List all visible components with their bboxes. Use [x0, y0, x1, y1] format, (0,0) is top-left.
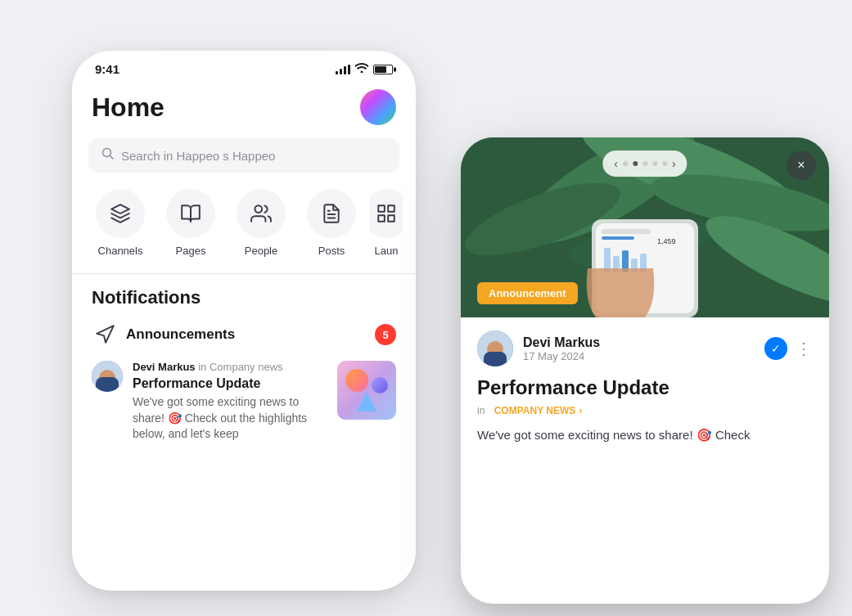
quick-actions: Channels Pages [72, 189, 416, 257]
page-title: Home [92, 92, 165, 123]
close-button[interactable]: × [787, 151, 816, 180]
post-author-row: Devi Markus 17 May 2024 ✓ ⋮ [477, 330, 813, 366]
section-divider [72, 273, 416, 274]
svg-marker-2 [111, 205, 129, 214]
announcement-badge: Announcement [477, 282, 578, 304]
nav-dot-1 [623, 161, 628, 166]
status-icons [336, 63, 393, 75]
pages-icon-bg [166, 189, 215, 238]
quick-action-pages[interactable]: Pages [159, 189, 223, 257]
post-author-name: Devi Markus [523, 335, 600, 350]
notif-body: We've got some exciting news to share! 🎯… [133, 394, 327, 443]
svg-rect-8 [388, 215, 394, 222]
phone-back: 9:41 Home [72, 51, 416, 591]
notif-channel: Company news [210, 361, 283, 373]
megaphone-icon [92, 321, 118, 348]
svg-rect-9 [378, 215, 385, 222]
channel-arrow-icon: › [579, 405, 582, 416]
avatar[interactable] [360, 89, 396, 125]
more-options-button[interactable]: ⋮ [796, 339, 813, 358]
close-icon: × [797, 158, 805, 173]
people-icon-bg [237, 189, 286, 238]
quick-action-posts[interactable]: Posts [300, 189, 363, 257]
announcements-badge: 5 [375, 324, 396, 345]
posts-icon-bg [307, 189, 356, 238]
signal-icon [336, 65, 350, 74]
channels-label: Channels [98, 245, 143, 257]
nav-prev-arrow[interactable]: ‹ [614, 157, 618, 170]
notification-item[interactable]: Devi Markus in Company news Performance … [92, 361, 396, 443]
announcements-row[interactable]: Announcements 5 [92, 321, 396, 348]
launch-label: Laun [375, 245, 399, 257]
post-date: 17 May 2024 [523, 350, 600, 362]
channels-icon-bg [96, 189, 145, 238]
post-author-left: Devi Markus 17 May 2024 [477, 330, 600, 366]
quick-action-channels[interactable]: Channels [88, 189, 152, 257]
phone-front: 1,459 Announcement ‹ › × [461, 137, 829, 604]
layers-icon [110, 203, 131, 224]
svg-rect-20 [602, 236, 634, 240]
verified-badge-icon: ✓ [764, 337, 787, 360]
quick-action-people[interactable]: People [229, 189, 293, 257]
post-author-avatar [477, 330, 513, 366]
svg-text:1,459: 1,459 [657, 237, 676, 245]
book-icon [180, 203, 201, 224]
notif-channel-prefix: in [198, 361, 210, 373]
notif-author: Devi Markus [133, 361, 196, 373]
posts-label: Posts [318, 245, 345, 257]
notif-thumbnail [337, 361, 396, 420]
wifi-icon [355, 63, 368, 75]
notif-avatar [92, 361, 123, 392]
channel-name: COMPANY NEWS [494, 405, 576, 416]
grid-icon [376, 203, 397, 224]
nav-next-arrow[interactable]: › [672, 157, 676, 170]
users-icon [250, 203, 272, 224]
launch-icon-bg [370, 189, 403, 238]
post-channel[interactable]: in COMPANY NEWS › [477, 405, 813, 416]
checkmark-icon: ✓ [771, 342, 781, 355]
nav-dot-3 [642, 161, 647, 166]
announcements-label: Announcements [126, 326, 235, 343]
notif-meta: Devi Markus in Company news [133, 361, 327, 373]
svg-rect-7 [388, 205, 394, 212]
svg-point-3 [255, 205, 262, 213]
notifications-title: Notifications [92, 287, 396, 308]
notif-content: Devi Markus in Company news Performance … [133, 361, 327, 443]
channel-prefix: in [477, 405, 485, 416]
nav-dot-4 [652, 161, 657, 166]
search-placeholder: Search in Happeo s Happeo [121, 149, 275, 163]
notifications-section: Notifications Announcements 5 [72, 287, 416, 443]
battery-icon [373, 65, 393, 74]
nav-dot-2 [633, 161, 638, 166]
announcements-left: Announcements [92, 321, 235, 348]
quick-action-launch[interactable]: Laun [370, 189, 403, 257]
svg-rect-6 [378, 205, 385, 212]
search-bar[interactable]: Search in Happeo s Happeo [88, 138, 399, 173]
svg-rect-19 [602, 229, 651, 234]
status-time: 9:41 [95, 62, 119, 76]
nav-pills[interactable]: ‹ › [602, 151, 687, 177]
home-header: Home [72, 83, 416, 138]
notif-title: Performance Update [133, 376, 327, 391]
svg-line-1 [110, 156, 114, 160]
people-label: People [245, 245, 277, 257]
post-author-right: ✓ ⋮ [764, 337, 813, 360]
search-icon [101, 147, 115, 164]
post-image-header: 1,459 Announcement ‹ › × [461, 137, 829, 317]
pages-label: Pages [176, 245, 206, 257]
status-bar: 9:41 [72, 51, 416, 83]
nav-dot-5 [662, 161, 667, 166]
post-author-info: Devi Markus 17 May 2024 [523, 335, 600, 362]
post-content: Devi Markus 17 May 2024 ✓ ⋮ Performance … [461, 317, 829, 457]
post-title: Performance Update [477, 376, 813, 400]
post-preview: We've got some exciting news to share! 🎯… [477, 426, 813, 445]
file-icon [321, 203, 342, 224]
